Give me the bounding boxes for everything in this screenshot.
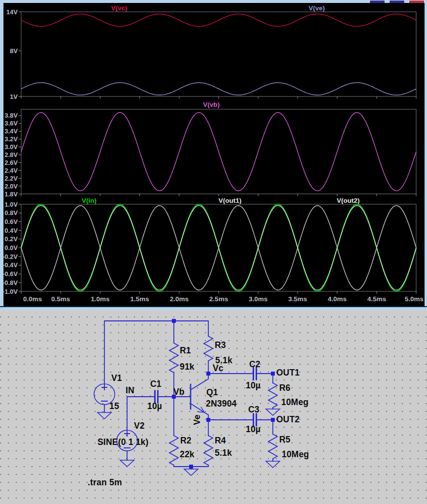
- resistor-r2[interactable]: [169, 436, 178, 465]
- v2-designator[interactable]: V2: [134, 422, 145, 431]
- y-tick-label: 14V: [6, 8, 18, 16]
- capacitor-c2[interactable]: [254, 368, 257, 379]
- r6-value[interactable]: 10Meg: [281, 398, 308, 407]
- q1-designator[interactable]: Q1: [206, 388, 218, 397]
- ground-icon[interactable]: [98, 412, 111, 419]
- y-tick-label: -0.4V: [2, 261, 18, 269]
- window-divider: [0, 306, 427, 310]
- x-tick-label: 1.0ms: [91, 295, 109, 303]
- y-tick-label: 2.6V: [4, 159, 18, 166]
- r6-designator[interactable]: R6: [279, 384, 291, 393]
- c1-value[interactable]: 10µ: [147, 402, 162, 411]
- node-label-vc[interactable]: Vc: [213, 364, 224, 373]
- c2-designator[interactable]: C2: [249, 360, 261, 369]
- plot-background: [3, 3, 425, 306]
- resistor-r5[interactable]: [268, 434, 277, 459]
- ltspice-window: V(vc)V(ve)14V8V1VV(vb)3.8V3.6V3.4V3.2V3.…: [0, 0, 427, 504]
- schematic-editor[interactable]: V1 15 IN C1 10µ V2 SINE(0 1 1k) R1 91k R…: [0, 310, 427, 504]
- y-tick-label: 2.0V: [4, 183, 18, 190]
- x-tick-label: 3.5ms: [288, 295, 307, 303]
- r1-value[interactable]: 91k: [180, 363, 195, 372]
- node-label-out1[interactable]: OUT1: [276, 369, 299, 378]
- y-tick-label: 8V: [10, 47, 18, 55]
- y-tick-label: 3.4V: [4, 127, 18, 135]
- resistor-r1[interactable]: [169, 343, 178, 373]
- node-label-in[interactable]: IN: [126, 386, 134, 395]
- x-tick-label: 5.0ms: [405, 295, 424, 303]
- plus-icon: [102, 385, 107, 390]
- q1-value[interactable]: 2N3904: [206, 400, 237, 409]
- x-tick-label: 3.0ms: [249, 295, 267, 303]
- y-tick-label: 0.2V: [4, 235, 18, 243]
- y-tick-label: 1V: [10, 93, 18, 100]
- trace-label-V(ve)[interactable]: V(ve): [308, 4, 325, 12]
- resistor-r4[interactable]: [204, 436, 213, 465]
- resistor-r6[interactable]: [268, 383, 277, 408]
- v1-designator[interactable]: V1: [111, 374, 122, 383]
- x-tick-label: 2.5ms: [209, 295, 228, 303]
- r2-value[interactable]: 22k: [180, 450, 195, 459]
- trace-label-V(vc)[interactable]: V(vc): [111, 4, 127, 12]
- x-tick-label: 1.5ms: [130, 295, 149, 303]
- y-tick-label: -0.8V: [2, 279, 18, 286]
- transistor-q1[interactable]: [191, 374, 208, 420]
- y-tick-label: 3.0V: [4, 143, 18, 151]
- y-tick-label: 3.6V: [4, 120, 18, 127]
- x-tick-label: 0.5ms: [51, 295, 70, 303]
- node-label-ve[interactable]: Ve: [193, 414, 202, 425]
- y-tick-label: 0.4V: [4, 227, 18, 234]
- y-tick-label: 0.0V: [4, 244, 18, 252]
- x-tick-label: 4.5ms: [367, 295, 386, 303]
- trace-label-V(in)[interactable]: V(in): [82, 197, 97, 204]
- y-tick-label: 2.4V: [4, 167, 18, 174]
- c3-designator[interactable]: C3: [248, 406, 260, 414]
- node-label-out2[interactable]: OUT2: [276, 415, 299, 424]
- y-tick-label: -0.2V: [2, 253, 18, 260]
- y-tick-label: 3.2V: [4, 135, 18, 143]
- y-tick-label: 2.2V: [4, 175, 18, 182]
- y-tick-label: 3.8V: [4, 112, 18, 119]
- ground-icon[interactable]: [266, 461, 280, 468]
- spice-directive[interactable]: .tran 5m: [88, 478, 122, 487]
- c2-value[interactable]: 10µ: [246, 381, 261, 390]
- plus-icon: [125, 431, 130, 436]
- y-tick-label: 2.8V: [4, 151, 18, 158]
- r4-designator[interactable]: R4: [215, 437, 226, 445]
- c1-designator[interactable]: C1: [150, 380, 162, 389]
- r1-designator[interactable]: R1: [180, 346, 191, 355]
- ground-icon[interactable]: [184, 469, 198, 475]
- x-tick-label: 0.0ms: [23, 295, 42, 303]
- y-tick-label: 0.8V: [4, 209, 18, 217]
- waveform-plot[interactable]: V(vc)V(ve)14V8V1VV(vb)3.8V3.6V3.4V3.2V3.…: [0, 0, 427, 306]
- r3-designator[interactable]: R3: [215, 341, 226, 350]
- r2-designator[interactable]: R2: [180, 437, 192, 445]
- c3-value[interactable]: 10µ: [246, 425, 261, 434]
- r5-designator[interactable]: R5: [279, 436, 291, 444]
- v1-value[interactable]: 15: [109, 402, 119, 411]
- trace-label-V(vb)[interactable]: V(vb): [203, 101, 220, 108]
- y-tick-label: -0.6V: [2, 270, 18, 278]
- r4-value[interactable]: 5.1k: [215, 449, 232, 458]
- r5-value[interactable]: 10Meg: [282, 450, 309, 459]
- x-tick-label: 2.0ms: [170, 295, 189, 303]
- v2-value[interactable]: SINE(0 1 1k): [98, 438, 149, 447]
- y-tick-label: 0.6V: [4, 218, 18, 225]
- node-label-vb[interactable]: Vb: [173, 388, 185, 397]
- y-tick-label: -1.0V: [2, 288, 18, 295]
- ground-icon[interactable]: [120, 460, 134, 467]
- trace-label-V(out2)[interactable]: V(out2): [337, 197, 360, 204]
- y-tick-label: 1.8V: [4, 190, 18, 198]
- x-tick-label: 4.0ms: [328, 295, 346, 303]
- resistor-r3[interactable]: [204, 336, 213, 361]
- trace-label-V(out1)[interactable]: V(out1): [219, 197, 242, 204]
- y-tick-label: 1.0V: [4, 201, 18, 208]
